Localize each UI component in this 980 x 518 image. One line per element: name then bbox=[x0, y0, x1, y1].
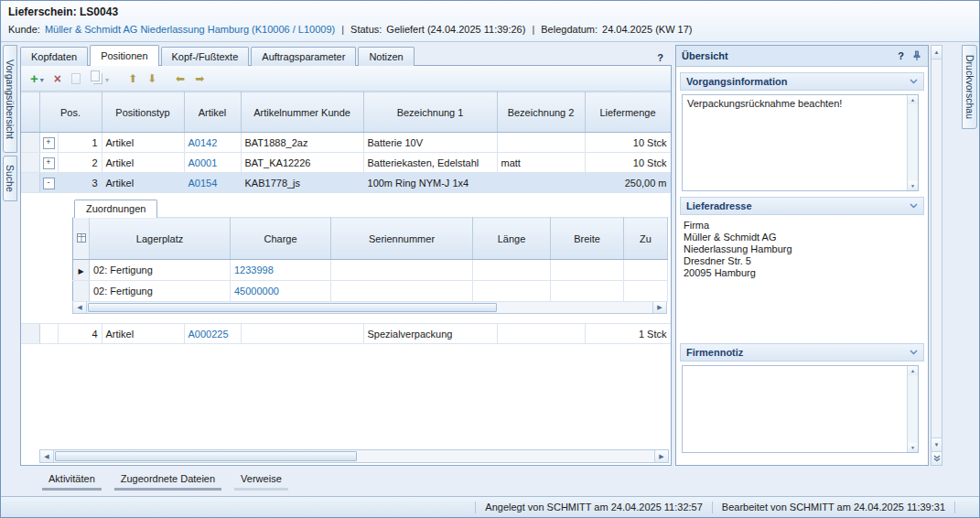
column-header-pos[interactable]: Pos. bbox=[39, 92, 102, 133]
position-row-1[interactable]: 1 Artikel A0142 BAT1888_2az Batterie 10V… bbox=[21, 133, 671, 153]
positionen-panel: Pos. Positionstyp Artikel Artikelnummer … bbox=[20, 65, 672, 466]
expand-icon[interactable] bbox=[43, 157, 55, 169]
chevron-down-icon bbox=[910, 203, 918, 209]
cell-laenge bbox=[473, 260, 551, 281]
status-label: Status: bbox=[350, 24, 382, 35]
subcolumn-header-zu[interactable]: Zu bbox=[624, 218, 668, 260]
zuordnung-row-1[interactable]: 02: Fertigung 1233998 bbox=[73, 260, 668, 281]
sidebar-tab-vorgangsuebersicht[interactable]: Vorgangsübersicht bbox=[3, 45, 17, 153]
scroll-down-button[interactable] bbox=[908, 181, 918, 190]
expand-icon[interactable] bbox=[43, 137, 55, 149]
scroll-left-button[interactable] bbox=[40, 450, 54, 462]
subcolumn-header-laenge[interactable]: Länge bbox=[473, 218, 551, 260]
scroll-right-button[interactable] bbox=[652, 302, 666, 313]
copy-button[interactable] bbox=[87, 70, 113, 88]
move-right-button[interactable] bbox=[191, 70, 208, 88]
scroll-up-button[interactable] bbox=[908, 366, 918, 375]
scroll-right-button[interactable] bbox=[654, 450, 668, 462]
tab-auftragsparameter[interactable]: Auftragsparameter bbox=[251, 47, 356, 66]
section-firmennotiz[interactable]: Firmennotiz bbox=[680, 343, 924, 362]
column-header-artikel[interactable]: Artikel bbox=[184, 92, 241, 133]
move-up-button[interactable] bbox=[124, 70, 141, 88]
cell-artikelnummer-kunde: BAT1888_2az bbox=[241, 133, 363, 153]
scroll-down-button[interactable] bbox=[908, 443, 918, 452]
artikel-link[interactable]: A000225 bbox=[184, 324, 241, 344]
cell-pos: 3 bbox=[58, 173, 102, 193]
subcolumn-header-lagerplatz[interactable]: Lagerplatz bbox=[90, 218, 231, 260]
artikel-link[interactable]: A0154 bbox=[184, 173, 241, 193]
scrollbar-thumb[interactable] bbox=[55, 451, 357, 461]
section-lieferadresse[interactable]: Lieferadresse bbox=[680, 197, 924, 215]
row-indicator-header bbox=[21, 92, 39, 133]
scrollbar-thumb[interactable] bbox=[88, 303, 497, 312]
cell-laenge bbox=[473, 281, 551, 302]
textbox-scrollbar[interactable] bbox=[907, 366, 918, 452]
scrollbar-track[interactable] bbox=[932, 59, 942, 437]
vorgangsinformation-textbox[interactable]: Verpackungsrücknahme beachten! bbox=[682, 94, 919, 191]
tab-kopfdaten[interactable]: Kopfdaten bbox=[20, 47, 88, 66]
tab-zuordnungen[interactable]: Zuordnungen bbox=[74, 200, 157, 218]
charge-link[interactable]: 45000000 bbox=[231, 281, 331, 302]
tab-zugeordnete-dateien[interactable]: Zugeordnete Dateien bbox=[114, 469, 221, 491]
sidebar-tab-suche[interactable]: Suche bbox=[3, 156, 17, 201]
kunde-link[interactable]: Müller & Schmidt AG Niederlassung Hambur… bbox=[45, 24, 335, 35]
scroll-up-button[interactable] bbox=[932, 46, 942, 59]
artikel-link[interactable]: A0142 bbox=[184, 133, 241, 153]
scroll-down-button[interactable] bbox=[932, 437, 942, 451]
detail-hscrollbar[interactable] bbox=[72, 301, 667, 314]
tab-kopf-fusstexte[interactable]: Kopf-/Fußtexte bbox=[161, 47, 250, 66]
position-row-2[interactable]: 2 Artikel A0001 BAT_KA12226 Batteriekast… bbox=[21, 153, 671, 173]
help-icon[interactable]: ? bbox=[657, 52, 672, 66]
cell-positionstyp: Artikel bbox=[102, 133, 184, 153]
grid-hscrollbar[interactable] bbox=[39, 449, 669, 463]
overview-scrollbar[interactable] bbox=[931, 45, 942, 466]
subgrid-header-row: Lagerplatz Charge Seriennummer Länge Bre… bbox=[73, 218, 668, 260]
position-row-3-selected[interactable]: 3 Artikel A0154 KAB1778_js 100m Ring NYM… bbox=[21, 173, 671, 193]
firmennotiz-textbox[interactable] bbox=[682, 365, 919, 453]
tab-notizen[interactable]: Notizen bbox=[358, 47, 414, 66]
artikel-link[interactable]: A0001 bbox=[184, 153, 241, 173]
cell-positionstyp: Artikel bbox=[102, 324, 184, 344]
created-info: Angelegt von SCHMITT am 24.04.2025 11:32… bbox=[485, 502, 702, 513]
collapse-icon[interactable] bbox=[43, 178, 55, 189]
scrollbar-track[interactable] bbox=[54, 450, 654, 462]
cell-breite bbox=[551, 281, 624, 302]
position-detail: Zuordnungen bbox=[72, 193, 671, 323]
move-down-button[interactable] bbox=[144, 70, 160, 88]
subcolumn-header-seriennummer[interactable]: Seriennummer bbox=[331, 218, 473, 260]
help-icon[interactable]: ? bbox=[898, 50, 904, 61]
renumber-button[interactable] bbox=[68, 70, 84, 88]
charge-link[interactable]: 1233998 bbox=[231, 260, 331, 281]
zuordnung-row-2[interactable]: 02: Fertigung 45000000 bbox=[73, 281, 668, 302]
column-header-positionstyp[interactable]: Positionstyp bbox=[102, 92, 184, 133]
tab-aktivitaeten[interactable]: Aktivitäten bbox=[42, 469, 102, 491]
move-left-button[interactable] bbox=[172, 70, 188, 88]
section-vorgangsinformation[interactable]: Vorgangsinformation bbox=[680, 72, 924, 91]
add-position-button[interactable] bbox=[27, 70, 48, 88]
scroll-left-button[interactable] bbox=[73, 302, 87, 313]
address-line: Niederlassung Hamburg bbox=[684, 243, 921, 255]
column-chooser-icon[interactable] bbox=[77, 233, 86, 244]
section-title: Lieferadresse bbox=[686, 200, 752, 211]
column-header-bezeichnung1[interactable]: Bezeichnung 1 bbox=[363, 92, 497, 133]
separator: | bbox=[530, 24, 536, 35]
column-header-bezeichnung2[interactable]: Bezeichnung 2 bbox=[497, 92, 585, 133]
scroll-up-button[interactable] bbox=[908, 95, 918, 104]
scrollbar-track[interactable] bbox=[87, 302, 652, 313]
tab-verweise[interactable]: Verweise bbox=[234, 469, 288, 491]
pin-icon[interactable] bbox=[911, 50, 922, 61]
delete-position-button[interactable] bbox=[50, 70, 65, 88]
column-header-liefermenge[interactable]: Liefermenge bbox=[585, 92, 671, 133]
tab-positionen[interactable]: Positionen bbox=[90, 45, 158, 66]
column-header-artikelnummer-kunde[interactable]: Artikelnummer Kunde bbox=[241, 92, 363, 133]
sidebar-tab-druckvorschau[interactable]: Druckvorschau bbox=[962, 45, 977, 129]
textbox-scrollbar[interactable] bbox=[907, 95, 918, 190]
position-row-4[interactable]: 4 Artikel A000225 Spezialverpackung 1 St… bbox=[21, 324, 671, 344]
expand-sections-button[interactable] bbox=[932, 451, 942, 465]
overview-header: Übersicht ? bbox=[676, 46, 928, 67]
subcolumn-header-breite[interactable]: Breite bbox=[551, 218, 624, 260]
cell-artikelnummer-kunde: KAB1778_js bbox=[241, 173, 363, 193]
subcolumn-header-charge[interactable]: Charge bbox=[231, 218, 331, 260]
statusbar-separator bbox=[954, 502, 955, 513]
overview-panel: Übersicht ? Vorgangsinformation Verpacku… bbox=[675, 45, 929, 466]
